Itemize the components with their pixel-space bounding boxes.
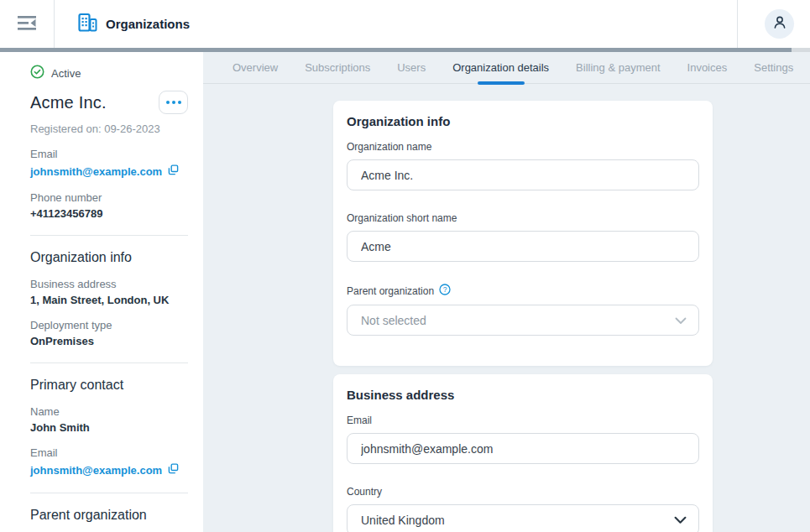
deployment-type-value: OnPremises	[30, 335, 188, 347]
contact-email-link[interactable]: johnsmith@example.com	[30, 464, 162, 477]
status-label: Active	[51, 67, 81, 80]
tab-settings[interactable]: Settings	[754, 52, 793, 83]
sidebar-heading-organization-info: Organization info	[30, 250, 188, 265]
contact-email-link-row[interactable]: johnsmith@example.com	[30, 462, 188, 477]
organization-name-title: Acme Inc.	[30, 93, 107, 112]
ba-email-field-label: Email	[347, 415, 699, 426]
org-short-name-field-label: Organization short name	[347, 212, 699, 224]
more-actions-button[interactable]	[159, 91, 188, 114]
registered-date: Registered on: 09-26-2023	[30, 123, 188, 135]
copy-icon[interactable]	[168, 462, 179, 477]
contact-name-value: John Smith	[30, 421, 188, 434]
page-title: Organizations	[106, 17, 190, 31]
user-icon	[771, 13, 789, 34]
deployment-type-label: Deployment type	[30, 319, 188, 331]
tab-organization-details[interactable]: Organization details	[452, 52, 549, 83]
user-avatar-button[interactable]	[765, 9, 794, 39]
organization-sidebar: Active Acme Inc. Registered on: 09-26-20…	[0, 52, 203, 532]
tab-billing-payment[interactable]: Billing & payment	[576, 52, 660, 83]
tab-subscriptions[interactable]: Subscriptions	[305, 52, 370, 83]
card-heading-organization-info: Organization info	[347, 114, 699, 128]
sidebar-heading-primary-contact: Primary contact	[30, 378, 188, 393]
sidebar-divider	[30, 235, 188, 236]
sidebar-divider	[30, 362, 188, 363]
contact-email-label: Email	[30, 446, 188, 459]
status-badge: Active	[30, 65, 188, 82]
sidebar-heading-parent-organization: Parent organization	[30, 508, 188, 523]
chevron-down-icon	[675, 314, 687, 327]
tab-bar: Overview Subscriptions Users Organizatio…	[203, 52, 810, 84]
header-divider-left	[54, 0, 55, 48]
check-circle-icon	[30, 65, 44, 82]
org-name-field-label: Organization name	[347, 141, 699, 153]
parent-org-field-label: Parent organization ?	[347, 284, 699, 298]
phone-label: Phone number	[30, 191, 188, 204]
ba-country-field-label: Country	[347, 486, 699, 498]
copy-icon[interactable]	[168, 164, 179, 179]
top-bar: Organizations	[0, 0, 810, 48]
horizontal-scrollbar[interactable]	[0, 48, 810, 52]
business-address-value: 1, Main Street, London, UK	[30, 294, 188, 306]
contact-name-label: Name	[30, 405, 188, 418]
ba-email-input[interactable]	[347, 433, 699, 464]
email-link[interactable]: johnsmith@example.com	[30, 165, 162, 178]
parent-org-select[interactable]: Not selected	[347, 305, 699, 336]
collapse-menu-button[interactable]	[0, 0, 54, 48]
tab-invoices[interactable]: Invoices	[687, 52, 728, 83]
help-icon[interactable]: ?	[439, 284, 451, 298]
org-name-input[interactable]	[347, 159, 699, 190]
sidebar-divider	[30, 493, 188, 493]
main-panel: Overview Subscriptions Users Organizatio…	[203, 52, 810, 532]
chevron-down-icon	[674, 514, 687, 527]
org-short-name-input[interactable]	[347, 231, 699, 262]
business-address-card: Business address Email Country United Ki…	[333, 374, 713, 532]
ellipsis-icon	[166, 101, 170, 104]
email-link-row[interactable]: johnsmith@example.com	[30, 164, 188, 179]
business-address-label: Business address	[30, 278, 188, 290]
tab-overview[interactable]: Overview	[233, 52, 278, 83]
email-label: Email	[30, 148, 188, 160]
tab-users[interactable]: Users	[397, 52, 426, 83]
ba-country-select-value: United Kingdom	[361, 514, 445, 527]
svg-text:?: ?	[443, 285, 447, 294]
phone-value: +41123456789	[30, 207, 188, 220]
organization-info-card: Organization info Organization name Orga…	[333, 101, 713, 366]
ba-country-select[interactable]: United Kingdom	[347, 504, 699, 532]
horizontal-scrollbar-thumb[interactable]	[0, 48, 792, 52]
buildings-icon	[78, 13, 97, 36]
parent-org-select-value: Not selected	[361, 314, 426, 327]
card-heading-business-address: Business address	[347, 388, 699, 402]
collapse-menu-icon	[17, 16, 38, 33]
